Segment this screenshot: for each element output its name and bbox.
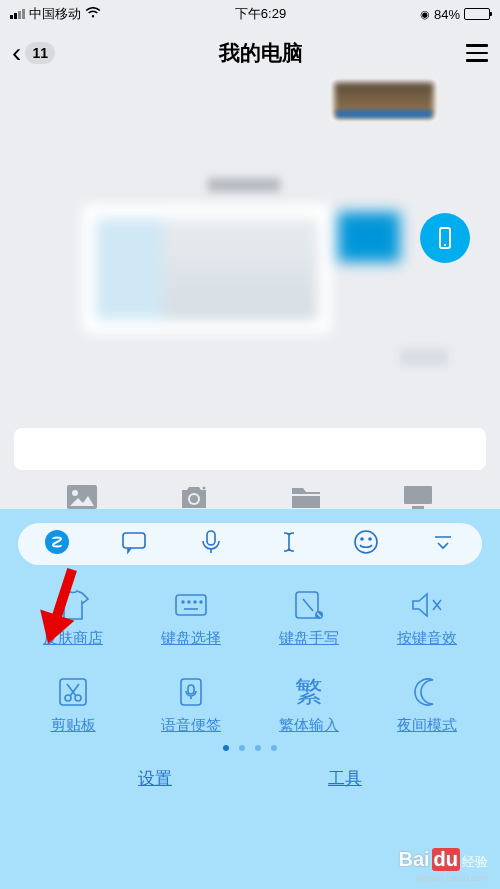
wm-cn: 经验 — [462, 853, 488, 871]
battery-icon — [464, 8, 490, 20]
svg-point-13 — [355, 531, 377, 553]
chevron-left-icon: ‹ — [12, 37, 21, 69]
label: 剪贴板 — [51, 716, 96, 735]
moon-icon — [407, 676, 447, 708]
wm-sub: jingyan.baidu.com — [415, 873, 488, 883]
status-left: 中国移动 — [10, 5, 101, 23]
speaker-mute-icon — [407, 589, 447, 621]
settings-link[interactable]: 设置 — [138, 767, 172, 790]
keyboard-topbar — [18, 523, 482, 565]
tools-link[interactable]: 工具 — [328, 767, 362, 790]
wm-brand-r: du — [432, 848, 460, 871]
label: 夜间模式 — [397, 716, 457, 735]
emoji-icon[interactable] — [353, 529, 379, 559]
menu-button[interactable] — [466, 44, 488, 62]
svg-point-15 — [369, 538, 371, 540]
message-image[interactable] — [330, 78, 438, 122]
alarm-icon: ◉ — [420, 8, 430, 21]
keyboard-select-button[interactable]: 键盘选择 — [132, 589, 250, 648]
svg-point-19 — [194, 601, 196, 603]
voice-memo-button[interactable]: 语音便签 — [132, 676, 250, 735]
status-right: ◉ 84% — [420, 7, 490, 22]
carrier-label: 中国移动 — [29, 5, 81, 23]
logo-icon[interactable] — [44, 529, 70, 559]
message-card[interactable] — [82, 204, 332, 334]
svg-rect-12 — [207, 531, 215, 545]
keyboard-bottom-bar: 设置 工具 — [0, 751, 500, 790]
svg-point-17 — [182, 601, 184, 603]
svg-point-1 — [444, 244, 446, 246]
svg-rect-7 — [292, 494, 320, 496]
phone-icon — [433, 226, 457, 250]
tutorial-arrow — [30, 566, 80, 646]
status-bar: 中国移动 下午6:29 ◉ 84% — [0, 0, 500, 28]
input-area — [0, 418, 500, 480]
status-time: 下午6:29 — [235, 5, 286, 23]
svg-rect-27 — [181, 679, 201, 705]
label: 键盘选择 — [161, 629, 221, 648]
device-phone-badge[interactable] — [420, 213, 470, 263]
label: 键盘手写 — [279, 629, 339, 648]
message-timestamp — [208, 178, 280, 192]
svg-rect-8 — [404, 486, 432, 504]
message-input[interactable] — [14, 428, 486, 470]
clipboard-button[interactable]: 剪贴板 — [14, 676, 132, 735]
traditional-input-button[interactable]: 繁 繁体输入 — [250, 676, 368, 735]
cursor-icon[interactable] — [276, 529, 302, 559]
svg-point-5 — [190, 495, 198, 503]
svg-point-6 — [203, 487, 206, 490]
collapse-icon[interactable] — [430, 529, 456, 559]
svg-point-3 — [72, 490, 78, 496]
svg-point-14 — [361, 538, 363, 540]
nav-bar: ‹ 11 我的电脑 — [0, 28, 500, 78]
microphone-icon[interactable] — [198, 529, 224, 559]
watermark: Bai du 经验 jingyan.baidu.com — [398, 848, 488, 871]
message-icon[interactable] — [121, 529, 147, 559]
wifi-icon — [85, 6, 101, 22]
label: 繁体输入 — [279, 716, 339, 735]
battery-label: 84% — [434, 7, 460, 22]
svg-rect-16 — [176, 595, 206, 615]
night-mode-button[interactable]: 夜间模式 — [368, 676, 486, 735]
signal-icon — [10, 9, 25, 19]
back-count-badge: 11 — [25, 42, 55, 64]
traditional-glyph-icon: 繁 — [289, 676, 329, 708]
back-button[interactable]: ‹ 11 — [12, 37, 55, 69]
svg-rect-11 — [123, 533, 145, 548]
message-text[interactable] — [400, 348, 448, 366]
svg-point-18 — [188, 601, 190, 603]
chat-area[interactable] — [0, 78, 500, 418]
handwriting-button[interactable]: 键盘手写 — [250, 589, 368, 648]
svg-rect-28 — [188, 685, 194, 694]
svg-point-20 — [200, 601, 202, 603]
page-title: 我的电脑 — [219, 39, 303, 67]
handwriting-icon — [289, 589, 329, 621]
keyboard-icon — [171, 589, 211, 621]
label: 语音便签 — [161, 716, 221, 735]
key-sound-button[interactable]: 按键音效 — [368, 589, 486, 648]
voice-note-icon — [171, 676, 211, 708]
scissors-icon — [53, 676, 93, 708]
label: 按键音效 — [397, 629, 457, 648]
wm-brand-l: Bai — [398, 848, 429, 871]
